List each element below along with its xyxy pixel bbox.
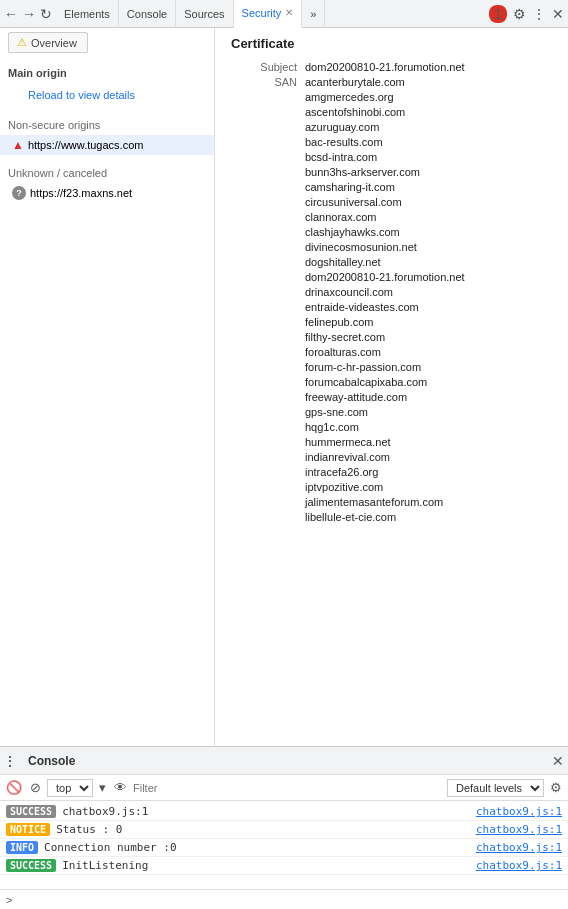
- san-label-empty: [231, 239, 301, 254]
- log-badge: SUCCESS: [6, 805, 56, 818]
- console-settings-icon[interactable]: ⚙: [548, 778, 564, 797]
- log-link[interactable]: chatbox9.js:1: [476, 823, 562, 836]
- san-label-empty: [231, 254, 301, 269]
- warning-icon: ⚠: [17, 36, 27, 49]
- san-label-empty: [231, 269, 301, 284]
- san-label-empty: [231, 509, 301, 524]
- cert-san-row: bunn3hs-arkserver.com: [231, 164, 552, 179]
- san-label-empty: [231, 389, 301, 404]
- log-link[interactable]: chatbox9.js:1: [476, 805, 562, 818]
- console-prompt-icon[interactable]: >: [6, 894, 12, 906]
- cert-san-row: bac-results.com: [231, 134, 552, 149]
- console-clear-icon[interactable]: 🚫: [4, 778, 24, 797]
- san-value: divinecosmosunion.net: [301, 239, 552, 254]
- tab-console[interactable]: Console: [119, 0, 176, 28]
- san-value: entraide-videastes.com: [301, 299, 552, 314]
- cert-san-row: felinepub.com: [231, 314, 552, 329]
- main-origin-label: Main origin: [0, 61, 214, 81]
- cert-san-row: ascentofshinobi.com: [231, 104, 552, 119]
- log-badge: NOTICE: [6, 823, 50, 836]
- san-value: circusuniversal.com: [301, 194, 552, 209]
- cert-san-row: dogshitalley.net: [231, 254, 552, 269]
- more-icon[interactable]: ⋮: [532, 6, 546, 22]
- san-label-empty: [231, 149, 301, 164]
- san-value: foroalturas.com: [301, 344, 552, 359]
- devtools-main: ⚠ Overview Main origin Reload to view de…: [0, 28, 568, 746]
- console-log-entry: INFOConnection number :0chatbox9.js:1: [0, 839, 568, 857]
- question-icon: ?: [12, 186, 26, 200]
- error-badge[interactable]: 1: [489, 5, 507, 23]
- reload-button[interactable]: Reload to view details: [0, 87, 214, 107]
- cert-san-row: entraide-videastes.com: [231, 299, 552, 314]
- cert-san-row: divinecosmosunion.net: [231, 239, 552, 254]
- tab-elements[interactable]: Elements: [56, 0, 119, 28]
- certificate-title: Certificate: [231, 36, 552, 51]
- refresh-icon[interactable]: ↻: [40, 6, 52, 22]
- san-value: libellule-et-cie.com: [301, 509, 552, 524]
- certificate-panel: Certificate Subject dom20200810-21.forum…: [215, 28, 568, 746]
- log-link[interactable]: chatbox9.js:1: [476, 841, 562, 854]
- san-value: hqg1c.com: [301, 419, 552, 434]
- close-devtools-icon[interactable]: ✕: [552, 6, 564, 22]
- tab-sources[interactable]: Sources: [176, 0, 233, 28]
- san-label-empty: [231, 209, 301, 224]
- cert-san-row: clannorax.com: [231, 209, 552, 224]
- console-level-select[interactable]: Default levels: [447, 779, 544, 797]
- console-eye-icon[interactable]: 👁: [112, 778, 129, 797]
- forward-icon[interactable]: →: [22, 6, 36, 22]
- cert-san-row: forum-c-hr-passion.com: [231, 359, 552, 374]
- san-label-empty: [231, 104, 301, 119]
- console-close-icon[interactable]: ✕: [552, 753, 564, 769]
- log-text: InitListening: [62, 859, 470, 872]
- san-label-empty: [231, 434, 301, 449]
- non-secure-item[interactable]: ▲ https://www.tugacs.com: [0, 135, 214, 155]
- san-label-empty: [231, 329, 301, 344]
- san-value: indianrevival.com: [301, 449, 552, 464]
- san-label: SAN: [231, 74, 301, 89]
- log-badge: INFO: [6, 841, 38, 854]
- cert-san-row: iptvpozitive.com: [231, 479, 552, 494]
- san-label-empty: [231, 299, 301, 314]
- unknown-item-label: https://f23.maxns.net: [30, 187, 132, 199]
- cert-san-row: hummermeca.net: [231, 434, 552, 449]
- tab-security-close[interactable]: ✕: [285, 7, 293, 18]
- san-value: clashjayhawks.com: [301, 224, 552, 239]
- unknown-section: Unknown / canceled ? https://f23.maxns.n…: [0, 159, 214, 207]
- tab-more[interactable]: »: [302, 0, 325, 28]
- settings-icon[interactable]: ⚙: [513, 6, 526, 22]
- console-filter-input[interactable]: [133, 782, 443, 794]
- san-value: amgmercedes.org: [301, 89, 552, 104]
- san-value: azuruguay.com: [301, 119, 552, 134]
- cert-san-row: indianrevival.com: [231, 449, 552, 464]
- unknown-item[interactable]: ? https://f23.maxns.net: [0, 183, 214, 203]
- console-context-select[interactable]: top: [47, 779, 93, 797]
- console-log-entry: SUCCESSInitListeningchatbox9.js:1: [0, 857, 568, 875]
- san-value: bac-results.com: [301, 134, 552, 149]
- console-context-arrow-icon[interactable]: ▾: [97, 778, 108, 797]
- tab-security[interactable]: Security ✕: [234, 0, 303, 28]
- san-value: jalimentemasanteforum.com: [301, 494, 552, 509]
- san-label-empty: [231, 89, 301, 104]
- subject-value: dom20200810-21.forumotion.net: [301, 59, 552, 74]
- cert-san-row: drinaxcouncil.com: [231, 284, 552, 299]
- console-filter-bar: 🚫 ⊘ top ▾ 👁 Default levels ⚙: [0, 775, 568, 801]
- san-label-empty: [231, 344, 301, 359]
- san-value: gps-sne.com: [301, 404, 552, 419]
- console-toolbar: ⋮ Console ✕: [0, 747, 568, 775]
- san-value: iptvpozitive.com: [301, 479, 552, 494]
- log-link[interactable]: chatbox9.js:1: [476, 859, 562, 872]
- subject-label: Subject: [231, 59, 301, 74]
- main-origin-section: Main origin Reload to view details: [0, 57, 214, 111]
- console-menu-icon[interactable]: ⋮: [4, 754, 16, 768]
- cert-san-row: foroalturas.com: [231, 344, 552, 359]
- console-log-entry: SUCCESSchatbox9.js:1chatbox9.js:1: [0, 803, 568, 821]
- cert-san-row: jalimentemasanteforum.com: [231, 494, 552, 509]
- back-icon[interactable]: ←: [4, 6, 18, 22]
- console-toggle-icon[interactable]: ⊘: [28, 778, 43, 797]
- overview-button[interactable]: ⚠ Overview: [8, 32, 88, 53]
- san-label-empty: [231, 134, 301, 149]
- certificate-table: Subject dom20200810-21.forumotion.net SA…: [231, 59, 552, 524]
- cert-san-row: circusuniversal.com: [231, 194, 552, 209]
- san-value: clannorax.com: [301, 209, 552, 224]
- san-value: felinepub.com: [301, 314, 552, 329]
